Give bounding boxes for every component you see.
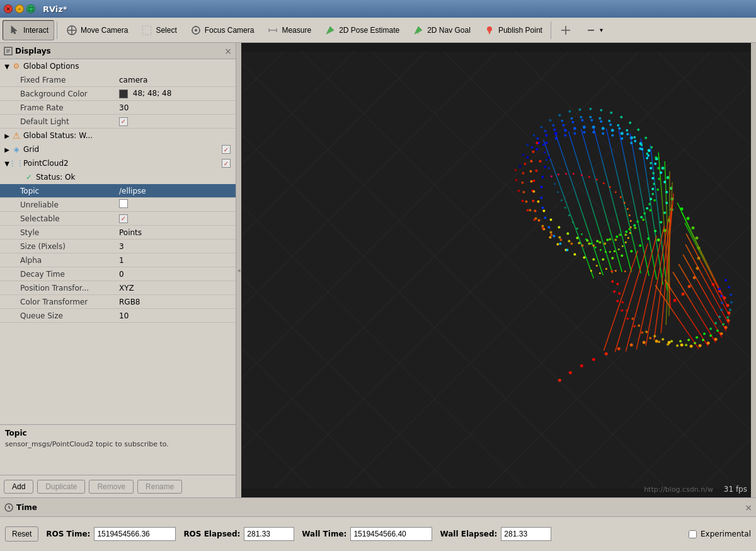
select-button[interactable]: Select xyxy=(135,20,182,40)
fixed-frame-value[interactable]: camera xyxy=(117,76,236,84)
interact-label: Interact xyxy=(23,26,49,35)
unreliable-row[interactable]: Unreliable xyxy=(0,198,236,212)
viewport[interactable]: http://blog.csdn.n/w 31 fps xyxy=(241,43,751,497)
svg-point-157 xyxy=(636,221,639,223)
ros-time-field: ROS Time: xyxy=(46,527,176,541)
svg-point-213 xyxy=(515,179,517,182)
duplicate-button[interactable]: Duplicate xyxy=(37,480,85,494)
ros-elapsed-label: ROS Elapsed: xyxy=(183,530,240,538)
svg-point-298 xyxy=(625,231,627,233)
color-transformer-value[interactable]: RGB8 xyxy=(117,298,236,306)
background-color-row[interactable]: Background Color 48; 48; 48 xyxy=(0,87,236,101)
watermark: http://blog.csdn.n/w xyxy=(644,485,713,494)
left-panel: Displays × ▼ ⚙ Global Options Fixed Fram… xyxy=(0,43,236,497)
alpha-row[interactable]: Alpha 1 xyxy=(0,253,236,267)
move-camera-button[interactable]: Move Camera xyxy=(60,20,134,40)
position-transformer-row[interactable]: Position Transfor... XYZ xyxy=(0,281,236,295)
svg-point-248 xyxy=(676,344,679,347)
svg-point-335 xyxy=(618,248,620,250)
style-value[interactable]: Points xyxy=(117,228,236,237)
selectable-row[interactable]: Selectable xyxy=(0,212,236,226)
minimize-button[interactable]: – xyxy=(15,4,24,13)
focus-camera-button[interactable]: Focus Camera xyxy=(184,20,260,40)
wall-time-input[interactable] xyxy=(350,527,432,541)
svg-point-37 xyxy=(688,285,691,288)
svg-point-62 xyxy=(558,379,561,382)
svg-point-249 xyxy=(667,343,669,345)
background-color-value: 48; 48; 48 xyxy=(117,89,236,98)
resize-handle-right[interactable] xyxy=(751,43,756,497)
svg-point-337 xyxy=(625,241,627,243)
close-button[interactable]: × xyxy=(4,4,13,13)
svg-point-218 xyxy=(720,308,723,311)
tree-panel[interactable]: ▼ ⚙ Global Options Fixed Frame camera Ba… xyxy=(0,59,236,424)
frame-rate-value[interactable]: 30 xyxy=(117,103,236,112)
svg-point-334 xyxy=(614,250,616,252)
svg-point-345 xyxy=(620,196,622,198)
selectable-checkbox[interactable] xyxy=(119,214,128,223)
rename-button[interactable]: Rename xyxy=(137,480,182,494)
svg-point-135 xyxy=(526,156,529,159)
pointcloud2-row[interactable]: ▼ ⋮⋮ PointCloud2 xyxy=(0,156,236,170)
remove-button[interactable]: Remove xyxy=(89,480,134,494)
svg-rect-1 xyxy=(142,26,151,35)
topic-row[interactable]: Topic /ellipse xyxy=(0,184,236,198)
default-light-row[interactable]: Default Light xyxy=(0,115,236,129)
global-options-arrow[interactable]: ▼ xyxy=(3,62,11,71)
minimize-icon: – xyxy=(18,6,21,12)
resize-handle-left[interactable]: ◂ xyxy=(236,43,241,497)
publish-point-button[interactable]: Publish Point xyxy=(478,20,548,40)
alpha-value[interactable]: 1 xyxy=(117,256,236,265)
position-transformer-value[interactable]: XYZ xyxy=(117,284,236,293)
measure-button[interactable]: Measure xyxy=(261,20,317,40)
svg-point-145 xyxy=(608,120,610,122)
interact-button[interactable]: Interact xyxy=(3,20,54,40)
svg-point-327 xyxy=(581,233,583,235)
svg-point-9 xyxy=(554,132,558,135)
minus-dropdown-button[interactable]: ▾ xyxy=(579,20,609,40)
fixed-frame-row[interactable]: Fixed Frame camera xyxy=(0,73,236,87)
reset-button[interactable]: Reset xyxy=(5,526,38,542)
decay-time-value[interactable]: 0 xyxy=(117,270,236,279)
add-button[interactable]: Add xyxy=(4,480,33,494)
size-pixels-value[interactable]: 3 xyxy=(117,242,236,251)
default-light-checkbox[interactable] xyxy=(119,117,128,126)
global-options-row[interactable]: ▼ ⚙ Global Options xyxy=(0,59,236,73)
ros-elapsed-input[interactable] xyxy=(244,527,294,541)
topic-value[interactable]: /ellipse xyxy=(117,187,236,195)
grid-row[interactable]: ▶ ◈ Grid xyxy=(0,142,236,156)
maximize-button[interactable]: □ xyxy=(26,4,35,13)
global-status-arrow[interactable]: ▶ xyxy=(3,131,11,140)
pose-estimate-button[interactable]: 2D Pose Estimate xyxy=(318,20,405,40)
add-crosshair-button[interactable] xyxy=(554,20,578,40)
svg-point-208 xyxy=(541,227,544,229)
svg-point-273 xyxy=(615,270,617,272)
size-pixels-row[interactable]: Size (Pixels) 3 xyxy=(0,240,236,253)
svg-point-57 xyxy=(617,347,621,351)
experimental-checkbox[interactable] xyxy=(689,530,697,538)
time-close-button[interactable]: × xyxy=(745,502,752,513)
decay-time-row[interactable]: Decay Time 0 xyxy=(0,267,236,281)
pointcloud2-checkbox[interactable] xyxy=(222,159,231,168)
frame-rate-row[interactable]: Frame Rate 30 xyxy=(0,101,236,115)
status-ok-icon: ✓ xyxy=(24,172,34,182)
queue-size-row[interactable]: Queue Size 10 xyxy=(0,309,236,323)
svg-point-94 xyxy=(536,148,538,151)
svg-point-223 xyxy=(696,336,698,339)
status-ok-row[interactable]: ✓ Status: Ok xyxy=(0,170,236,184)
color-swatch[interactable] xyxy=(119,90,128,98)
svg-point-333 xyxy=(609,251,611,253)
nav-goal-button[interactable]: 2D Nav Goal xyxy=(406,20,476,40)
global-status-row[interactable]: ▶ ⚠ Global Status: W... xyxy=(0,129,236,142)
wall-elapsed-input[interactable] xyxy=(501,527,551,541)
grid-arrow[interactable]: ▶ xyxy=(3,145,11,154)
color-transformer-row[interactable]: Color Transformer RGB8 xyxy=(0,295,236,309)
unreliable-checkbox[interactable] xyxy=(119,199,128,208)
svg-point-300 xyxy=(606,239,609,241)
ros-time-input[interactable] xyxy=(94,527,176,541)
svg-point-240 xyxy=(729,308,731,311)
displays-close-button[interactable]: × xyxy=(224,46,232,56)
grid-checkbox[interactable] xyxy=(222,145,231,154)
style-row[interactable]: Style Points xyxy=(0,226,236,240)
queue-size-value[interactable]: 10 xyxy=(117,311,236,320)
